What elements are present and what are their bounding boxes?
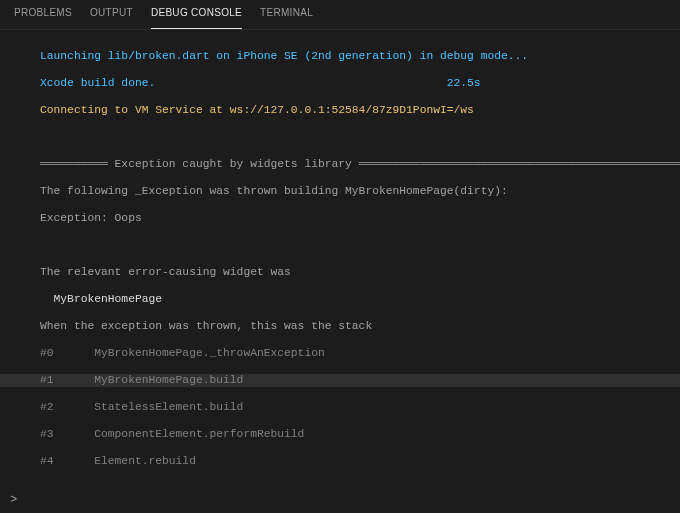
stack-frame: #3 ComponentElement.performRebuild <box>40 428 680 442</box>
tab-output[interactable]: OUTPUT <box>90 7 133 23</box>
stack-frame: #4 Element.rebuild <box>40 455 680 469</box>
stack-header-line: When the exception was thrown, this was … <box>40 320 680 334</box>
launch-line: Launching lib/broken.dart on iPhone SE (… <box>40 50 680 64</box>
blank-line <box>40 239 680 253</box>
relevant-line: The relevant error-causing widget was <box>40 266 680 280</box>
stack-frame-highlighted: #1 MyBrokenHomePage.build <box>0 374 680 388</box>
panel-tabs: PROBLEMS OUTPUT DEBUG CONSOLE TERMINAL <box>0 0 680 30</box>
xcode-line: Xcode build done. 22.5s <box>40 77 680 91</box>
exception-line: Exception: Oops <box>40 212 680 226</box>
tab-debug-console[interactable]: DEBUG CONSOLE <box>151 7 242 29</box>
debug-console-input[interactable]: > <box>0 489 680 511</box>
console-output: Launching lib/broken.dart on iPhone SE (… <box>0 30 680 491</box>
stack-frame: #0 MyBrokenHomePage._throwAnException <box>40 347 680 361</box>
chevron-right-icon: > <box>10 493 17 507</box>
stack-frame: #2 StatelessElement.build <box>40 401 680 415</box>
widget-line: MyBrokenHomePage <box>40 293 680 307</box>
tab-problems[interactable]: PROBLEMS <box>14 7 72 23</box>
exception-separator: ══════════ Exception caught by widgets l… <box>40 158 680 172</box>
vm-line: Connecting to VM Service at ws://127.0.0… <box>40 104 680 118</box>
blank-line <box>40 131 680 145</box>
tab-terminal[interactable]: TERMINAL <box>260 7 313 23</box>
following-line: The following _Exception was thrown buil… <box>40 185 680 199</box>
